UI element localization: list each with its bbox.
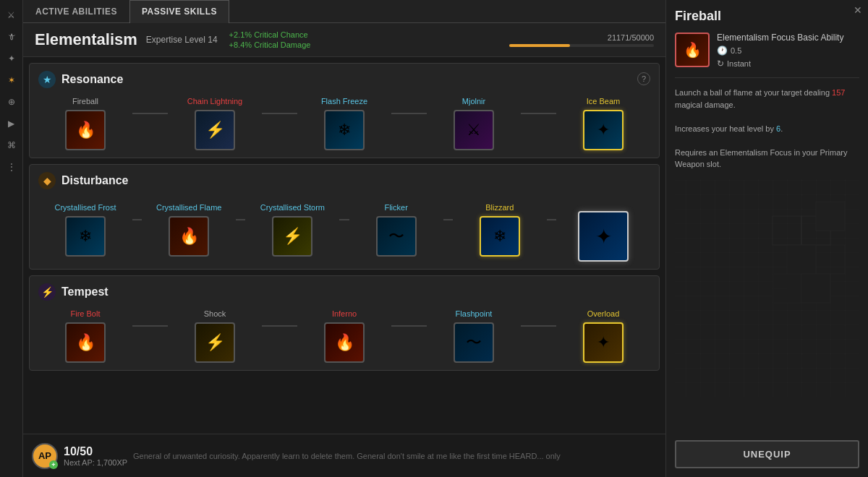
skill-name-chain-lightning: Chain Lightning bbox=[187, 97, 242, 106]
skill-icon-chain-lightning[interactable]: ⚡ bbox=[195, 110, 235, 150]
skill-name-big-disturbance bbox=[602, 198, 604, 207]
skill-item-shock: Shock ⚡ bbox=[168, 309, 262, 363]
sidebar-icon-magic[interactable]: ✶ bbox=[4, 72, 20, 88]
skill-icon-blizzard[interactable]: ❄ bbox=[480, 216, 520, 257]
skill-item-big-disturbance: ✦ bbox=[556, 198, 650, 262]
sidebar-icon-1[interactable]: ⚔ bbox=[4, 7, 20, 23]
section-resonance: ★ Resonance ? Fireball 🔥 Chain Lightning… bbox=[29, 63, 660, 158]
bonuses: +2.1% Critical Chance +8.4% Critical Dam… bbox=[229, 30, 311, 49]
help-icon-resonance[interactable]: ? bbox=[637, 72, 650, 85]
skills-container: ★ Resonance ? Fireball 🔥 Chain Lightning… bbox=[23, 57, 665, 434]
left-sidebar: ⚔ 🗡 ✦ ✶ ⊕ ▶ ⌘ ⋮ bbox=[0, 0, 23, 477]
sidebar-icon-5[interactable]: ⊕ bbox=[4, 94, 20, 110]
sidebar-icon-8[interactable]: ⋮ bbox=[4, 159, 20, 175]
skill-item-flashpoint: Flashpoint 〜 bbox=[427, 309, 521, 363]
skill-icon-flashpoint[interactable]: 〜 bbox=[454, 322, 494, 363]
panel-title: Fireball bbox=[675, 9, 859, 24]
skill-name-mjolnir: Mjolnir bbox=[462, 97, 485, 106]
ap-label: AP bbox=[38, 450, 51, 461]
unequip-button[interactable]: UNEQUIP bbox=[675, 440, 859, 468]
resonance-icon: ★ bbox=[38, 71, 56, 88]
svg-rect-7 bbox=[801, 274, 830, 303]
connector-4 bbox=[521, 113, 556, 114]
ability-name: Elementalism Focus Basic Ability bbox=[717, 33, 843, 43]
skill-header: Elementalism Expertise Level 14 +2.1% Cr… bbox=[23, 23, 665, 57]
skill-name-flash-freeze: Flash Freeze bbox=[321, 97, 367, 106]
skill-item-flicker: Flicker 〜 bbox=[349, 203, 443, 257]
ap-info: 10/50 Next AP: 1,700XP bbox=[64, 445, 127, 467]
ap-icon: AP + bbox=[32, 443, 58, 469]
skill-name-crystallised-flame: Crystallised Flame bbox=[156, 203, 221, 212]
bonus-crit-damage: +8.4% Critical Damage bbox=[229, 40, 311, 49]
sidebar-icon-6[interactable]: ▶ bbox=[4, 116, 20, 132]
svg-rect-3 bbox=[816, 202, 845, 231]
skill-icon-flicker[interactable]: 〜 bbox=[376, 216, 417, 257]
ability-cast-time: 🕐 0.5 bbox=[717, 46, 843, 56]
skill-item-fire-bolt: Fire Bolt 🔥 bbox=[38, 309, 132, 363]
skill-name-inferno: Inferno bbox=[332, 309, 357, 318]
ap-plus-icon: + bbox=[49, 460, 58, 469]
connector-d5 bbox=[547, 219, 556, 220]
skill-icon-crystallised-flame[interactable]: 🔥 bbox=[169, 216, 209, 257]
skill-icon-flash-freeze[interactable]: ❄ bbox=[324, 110, 365, 150]
skill-icon-fireball[interactable]: 🔥 bbox=[65, 110, 106, 150]
skill-icon-shock[interactable]: ⚡ bbox=[195, 322, 235, 363]
skill-item-flash-freeze: Flash Freeze ❄ bbox=[297, 97, 391, 150]
ability-card: 🔥 Elementalism Focus Basic Ability 🕐 0.5… bbox=[675, 33, 859, 78]
skill-icon-fire-bolt[interactable]: 🔥 bbox=[65, 322, 106, 363]
skill-item-inferno: Inferno 🔥 bbox=[297, 309, 391, 363]
section-disturbance: ◆ Disturbance Crystallised Frost ❄ Cryst… bbox=[29, 164, 660, 270]
skill-icon-crystallised-storm[interactable]: ⚡ bbox=[272, 216, 312, 257]
skill-name-fire-bolt: Fire Bolt bbox=[71, 309, 101, 318]
skill-name-flashpoint: Flashpoint bbox=[456, 309, 493, 318]
connector-1 bbox=[132, 113, 168, 114]
skill-name-blizzard: Blizzard bbox=[485, 203, 514, 212]
svg-rect-4 bbox=[787, 245, 816, 274]
skill-item-chain-lightning: Chain Lightning ⚡ bbox=[168, 97, 262, 150]
skill-icon-big-disturbance[interactable]: ✦ bbox=[578, 211, 629, 262]
resonance-header: ★ Resonance bbox=[38, 71, 650, 88]
skill-icon-mjolnir[interactable]: ⚔ bbox=[454, 110, 494, 150]
heat-value: 6 bbox=[776, 124, 780, 133]
skill-item-crystallised-flame: Crystallised Flame 🔥 bbox=[142, 203, 236, 257]
tab-passive-skills[interactable]: PASSIVE SKILLS bbox=[129, 0, 229, 23]
skill-name-crystallised-frost: Crystallised Frost bbox=[55, 203, 116, 212]
bg-grid-svg bbox=[675, 180, 859, 397]
cast-type-value: Instant bbox=[727, 59, 751, 68]
tempest-skills-row: Fire Bolt 🔥 Shock ⚡ Inferno 🔥 bbox=[38, 309, 650, 363]
tab-active-abilities[interactable]: ACTIVE ABILITIES bbox=[23, 0, 129, 22]
clock-icon: 🕐 bbox=[717, 46, 728, 56]
sidebar-icon-3[interactable]: ✦ bbox=[4, 51, 20, 66]
resonance-title: Resonance bbox=[61, 73, 123, 86]
sidebar-icon-7[interactable]: ⌘ bbox=[4, 137, 20, 153]
connector-d2 bbox=[236, 219, 245, 220]
disturbance-header: ◆ Disturbance bbox=[38, 172, 650, 189]
disturbance-skills-row: Crystallised Frost ❄ Crystallised Flame … bbox=[38, 198, 650, 262]
skill-icon-overload[interactable]: ✦ bbox=[583, 322, 624, 363]
skill-icon-inferno[interactable]: 🔥 bbox=[324, 322, 365, 363]
connector-2 bbox=[262, 113, 297, 114]
cast-type-icon: ↻ bbox=[717, 59, 724, 69]
connector-t1 bbox=[132, 325, 168, 327]
damage-value: 157 bbox=[832, 88, 845, 97]
expertise-label: Expertise Level 14 bbox=[146, 35, 218, 45]
skill-name-shock: Shock bbox=[204, 309, 226, 318]
skill-item-crystallised-frost: Crystallised Frost ❄ bbox=[38, 203, 132, 257]
sidebar-icon-2[interactable]: 🗡 bbox=[4, 29, 20, 45]
skill-name-crystallised-storm: Crystallised Storm bbox=[260, 203, 325, 212]
disturbance-title: Disturbance bbox=[61, 174, 128, 187]
skill-item-mjolnir: Mjolnir ⚔ bbox=[427, 97, 521, 150]
panel-bg-area bbox=[675, 176, 859, 441]
close-button[interactable]: ✕ bbox=[851, 3, 865, 17]
skill-name-fireball: Fireball bbox=[72, 97, 98, 106]
skill-item-crystallised-storm: Crystallised Storm ⚡ bbox=[245, 203, 339, 257]
skill-name-overload: Overload bbox=[587, 309, 620, 318]
skill-icon-crystallised-frost[interactable]: ❄ bbox=[65, 216, 106, 257]
xp-bar bbox=[509, 44, 654, 47]
connector-t4 bbox=[521, 325, 556, 327]
xp-bar-container: 21171/50000 bbox=[509, 33, 654, 47]
content-area: ACTIVE ABILITIES PASSIVE SKILLS Elementa… bbox=[23, 0, 665, 477]
ability-info: Elementalism Focus Basic Ability 🕐 0.5 ↻… bbox=[717, 33, 843, 69]
skill-icon-ice-beam[interactable]: ✦ bbox=[583, 110, 624, 150]
skill-item-blizzard: Blizzard ❄ bbox=[453, 203, 547, 257]
